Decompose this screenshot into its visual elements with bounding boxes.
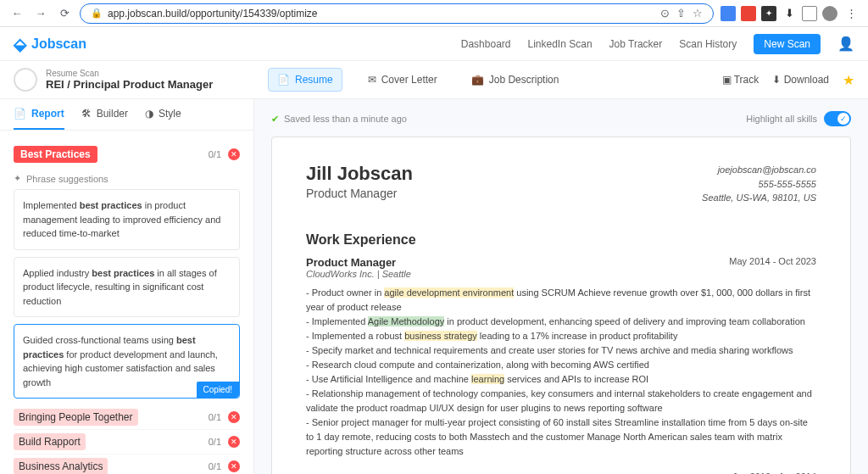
main: 📄 Report 🛠 Builder ◑ Style Best Practice… xyxy=(0,99,868,474)
account-icon[interactable]: 👤 xyxy=(837,36,854,52)
scan-type-label: Resume Scan xyxy=(46,69,213,78)
logo[interactable]: ⬙ Jobscan xyxy=(14,34,86,54)
doc-actions: ▣ Track ⬇ Download ★ xyxy=(722,61,868,98)
nav-dashboard[interactable]: Dashboard xyxy=(461,38,511,50)
tab-job-description[interactable]: 💼 Job Description xyxy=(463,69,568,91)
profile-icon[interactable] xyxy=(822,6,837,21)
cover-letter-icon: ✉ xyxy=(368,74,376,86)
panel-icon[interactable] xyxy=(802,6,817,21)
group-best-practices[interactable]: Best Practices 0/1 ✕ xyxy=(14,141,240,168)
toggle-label: Highlight all skills xyxy=(746,114,817,124)
report-content: Best Practices 0/1 ✕ ✦ Phrase suggestion… xyxy=(0,131,253,474)
ext-icon[interactable] xyxy=(721,6,736,21)
logo-icon: ⬙ xyxy=(14,34,26,54)
highlight-toggle: Highlight all skills xyxy=(746,111,851,126)
status-dot-red: ✕ xyxy=(228,460,240,472)
resume-header: Jill Jobscan Product Manager joejobscan@… xyxy=(306,163,816,219)
copied-badge: Copied! xyxy=(197,382,239,398)
check-icon: ✔ xyxy=(271,114,279,125)
share-icon[interactable]: ⇧ xyxy=(676,7,686,20)
resume-email: joejobscan@jobscan.co xyxy=(702,163,816,177)
job-header: Product Manager May 2014 - Oct 2023 xyxy=(306,256,816,269)
nav-scan-history[interactable]: Scan History xyxy=(679,38,737,50)
phrase-list: Implemented best practices in product ma… xyxy=(14,189,240,399)
search-icon[interactable]: ⊙ xyxy=(660,7,670,20)
job-title: Product Manager xyxy=(306,256,396,269)
section-work-experience: Work Experience xyxy=(306,232,816,248)
job-company: CloudWorks Inc. | Seattle xyxy=(306,269,816,279)
phrase-card[interactable]: Guided cross-functional teams using best… xyxy=(14,324,240,399)
resume-title: Product Manager xyxy=(306,187,413,200)
download-icon[interactable]: ⬇ xyxy=(782,6,797,21)
star-icon[interactable]: ★ xyxy=(843,72,854,88)
score-circle xyxy=(14,68,37,92)
skill-score: 0/1 xyxy=(209,412,221,422)
resume-phone: 555-555-5555 xyxy=(702,177,816,192)
new-scan-button[interactable]: New Scan xyxy=(754,34,821,54)
resume-location: Seattle, US-WA, 98101, US xyxy=(702,191,816,205)
right-panel: ✔ Saved less than a minute ago Highlight… xyxy=(254,99,868,474)
forward-button[interactable]: → xyxy=(32,5,49,22)
left-panel: 📄 Report 🛠 Builder ◑ Style Best Practice… xyxy=(0,99,254,474)
phrase-card[interactable]: Applied industry best practices in all s… xyxy=(14,257,240,318)
doc-tabs: 📄 Resume ✉ Cover Letter 💼 Job Descriptio… xyxy=(254,61,722,98)
track-button[interactable]: ▣ Track xyxy=(722,74,760,86)
job-body: - Product owner in agile development env… xyxy=(306,286,816,460)
skill-name: Business Analytics xyxy=(14,460,202,472)
tab-report[interactable]: 📄 Report xyxy=(14,99,64,130)
skill-name: Build Rapport xyxy=(14,436,202,448)
lock-icon: 🔒 xyxy=(91,8,103,19)
briefcase-icon: 💼 xyxy=(471,74,484,86)
job-dates: May 2014 - Oct 2023 xyxy=(729,256,816,269)
bookmark-icon[interactable]: ☆ xyxy=(693,7,703,20)
ext-icon[interactable] xyxy=(741,6,756,21)
menu-icon[interactable]: ⋮ xyxy=(843,5,860,22)
resume-contact: joejobscan@jobscan.co 555-555-5555 Seatt… xyxy=(702,163,816,205)
resume-document: Jill Jobscan Product Manager joejobscan@… xyxy=(271,137,851,474)
extension-icons: ✦ ⬇ ⋮ xyxy=(721,5,860,22)
sparkle-icon: ✦ xyxy=(14,173,21,184)
skill-list: Bringing People Together0/1✕Build Rappor… xyxy=(14,405,240,474)
tab-style[interactable]: ◑ Style xyxy=(145,99,181,130)
skill-name: Bringing People Together xyxy=(14,411,202,423)
report-icon: 📄 xyxy=(14,108,26,120)
scan-name: REI / Principal Product Manager xyxy=(46,78,213,91)
nav-linkedin[interactable]: LinkedIn Scan xyxy=(528,38,593,50)
skill-score: 0/1 xyxy=(209,437,221,447)
skill-row[interactable]: Business Analytics0/1✕ xyxy=(14,454,240,474)
reload-button[interactable]: ⟳ xyxy=(56,5,73,22)
sub-header: Resume Scan REI / Principal Product Mana… xyxy=(0,61,868,99)
skill-row[interactable]: Build Rapport0/1✕ xyxy=(14,430,240,454)
skill-row[interactable]: Bringing People Together0/1✕ xyxy=(14,405,240,430)
group-score: 0/1 xyxy=(209,149,221,159)
back-button[interactable]: ← xyxy=(8,5,25,22)
header-nav: Dashboard LinkedIn Scan Job Tracker Scan… xyxy=(461,34,854,54)
save-text: Saved less than a minute ago xyxy=(284,114,407,124)
skill-score: 0/1 xyxy=(209,461,221,471)
status-dot-red: ✕ xyxy=(228,411,240,423)
nav-job-tracker[interactable]: Job Tracker xyxy=(609,38,663,50)
phrase-suggestions-label: ✦ Phrase suggestions xyxy=(14,168,240,189)
builder-icon: 🛠 xyxy=(81,108,92,120)
status-dot-red: ✕ xyxy=(228,148,240,160)
phrase-card[interactable]: Implemented best practices in product ma… xyxy=(14,189,240,250)
toggle-switch[interactable] xyxy=(824,111,851,126)
scan-title: Resume Scan REI / Principal Product Mana… xyxy=(0,61,254,98)
style-icon: ◑ xyxy=(145,108,153,120)
resume-name: Jill Jobscan xyxy=(306,163,413,185)
group-badge: Best Practices xyxy=(14,146,97,163)
panel-tabs: 📄 Report 🛠 Builder ◑ Style xyxy=(0,99,253,131)
url-bar[interactable]: 🔒 app.jobscan.build/opportunity/154339/o… xyxy=(80,3,714,24)
save-bar: ✔ Saved less than a minute ago Highlight… xyxy=(271,106,851,137)
download-button[interactable]: ⬇ Download xyxy=(772,74,829,86)
puzzle-icon[interactable]: ✦ xyxy=(761,6,776,21)
browser-chrome: ← → ⟳ 🔒 app.jobscan.build/opportunity/15… xyxy=(0,0,868,27)
status-dot-red: ✕ xyxy=(228,436,240,448)
app-header: ⬙ Jobscan Dashboard LinkedIn Scan Job Tr… xyxy=(0,27,868,61)
url-text: app.jobscan.build/opportunity/154339/opt… xyxy=(108,8,655,20)
resume-icon: 📄 xyxy=(277,74,290,86)
tab-cover-letter[interactable]: ✉ Cover Letter xyxy=(359,69,446,91)
tab-resume[interactable]: 📄 Resume xyxy=(268,68,342,92)
tab-builder[interactable]: 🛠 Builder xyxy=(81,99,128,130)
